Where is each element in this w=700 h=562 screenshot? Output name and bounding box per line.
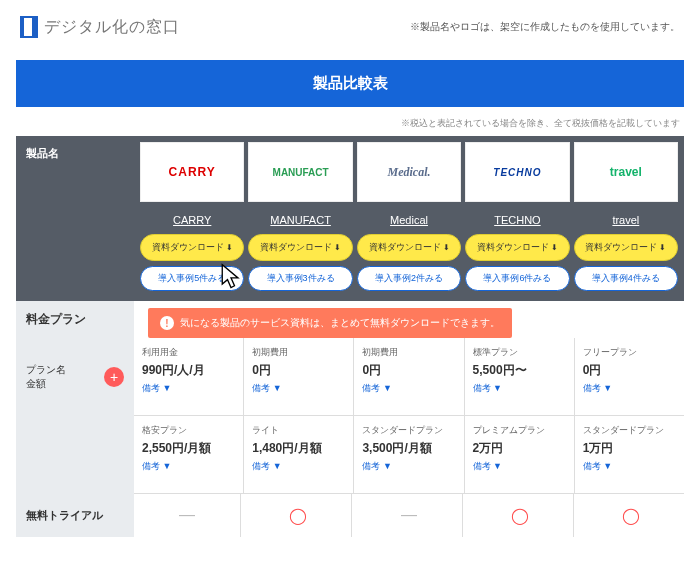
download-button[interactable]: 資料ダウンロード⬇ bbox=[140, 234, 244, 261]
product-link[interactable]: Medical bbox=[357, 210, 461, 234]
product-logo: MANUFACT bbox=[248, 142, 352, 202]
plan-price: 1,480円/月額 bbox=[252, 440, 345, 457]
plan-row-2-label bbox=[16, 416, 134, 494]
download-icon: ⬇ bbox=[659, 243, 666, 252]
section-price-label: 料金プラン bbox=[16, 301, 134, 338]
cases-button[interactable]: 導入事例2件みる bbox=[357, 266, 461, 291]
plan-title: 格安プラン bbox=[142, 424, 235, 437]
plan-title: スタンダードプラン bbox=[362, 424, 455, 437]
plan-title: 初期費用 bbox=[362, 346, 455, 359]
plan-label-2: 金額 bbox=[26, 377, 66, 391]
section-product-label: 製品名 bbox=[16, 136, 134, 301]
cases-button[interactable]: 導入事例4件みる bbox=[574, 266, 678, 291]
remark-link[interactable]: 備考 ▼ bbox=[583, 460, 676, 473]
remark-link[interactable]: 備考 ▼ bbox=[583, 382, 676, 395]
download-button[interactable]: 資料ダウンロード⬇ bbox=[465, 234, 569, 261]
site-logo[interactable]: デジタル化の窓口 bbox=[20, 16, 180, 38]
trial-value: ◯ bbox=[245, 494, 352, 537]
plan-price: 5,500円〜 bbox=[473, 362, 566, 379]
product-link[interactable]: MANUFACT bbox=[248, 210, 352, 234]
plan-title: ライト bbox=[252, 424, 345, 437]
trial-value: ◯ bbox=[578, 494, 684, 537]
plan-price: 3,500円/月額 bbox=[362, 440, 455, 457]
remark-link[interactable]: 備考 ▼ bbox=[362, 382, 455, 395]
alert-icon: ! bbox=[160, 316, 174, 330]
download-icon: ⬇ bbox=[334, 243, 341, 252]
plan-label-1: プラン名 bbox=[26, 363, 66, 377]
trial-value: — bbox=[134, 494, 241, 537]
alert-text: 気になる製品のサービス資料は、まとめて無料ダウンロードできます。 bbox=[180, 316, 500, 330]
remark-link[interactable]: 備考 ▼ bbox=[142, 382, 235, 395]
product-logo: TECHNO bbox=[465, 142, 569, 202]
remark-link[interactable]: 備考 ▼ bbox=[473, 460, 566, 473]
download-button[interactable]: 資料ダウンロード⬇ bbox=[248, 234, 352, 261]
product-link[interactable]: travel bbox=[574, 210, 678, 234]
remark-link[interactable]: 備考 ▼ bbox=[252, 460, 345, 473]
remark-link[interactable]: 備考 ▼ bbox=[142, 460, 235, 473]
trial-value: ◯ bbox=[467, 494, 574, 537]
product-link[interactable]: TECHNO bbox=[465, 210, 569, 234]
remark-link[interactable]: 備考 ▼ bbox=[252, 382, 345, 395]
plan-price: 990円/人/月 bbox=[142, 362, 235, 379]
cases-button[interactable]: 導入事例6件みる bbox=[465, 266, 569, 291]
plan-price: 2万円 bbox=[473, 440, 566, 457]
plan-title: フリープラン bbox=[583, 346, 676, 359]
plan-title: プレミアムプラン bbox=[473, 424, 566, 437]
page-header: デジタル化の窓口 ※製品名やロゴは、架空に作成したものを使用しています。 bbox=[0, 0, 700, 54]
plan-title: 利用用金 bbox=[142, 346, 235, 359]
trial-value: — bbox=[356, 494, 463, 537]
product-logo: travel bbox=[574, 142, 678, 202]
download-button[interactable]: 資料ダウンロード⬇ bbox=[574, 234, 678, 261]
download-button[interactable]: 資料ダウンロード⬇ bbox=[357, 234, 461, 261]
product-logo: CARRY bbox=[140, 142, 244, 202]
plan-price: 1万円 bbox=[583, 440, 676, 457]
logo-text: デジタル化の窓口 bbox=[44, 17, 180, 38]
plan-title: 標準プラン bbox=[473, 346, 566, 359]
cases-button[interactable]: 導入事例3件みる bbox=[248, 266, 352, 291]
plan-title: 初期費用 bbox=[252, 346, 345, 359]
expand-plans-button[interactable]: + bbox=[104, 367, 124, 387]
price-note: ※税込と表記されている場合を除き、全て税抜価格を記載しています bbox=[0, 113, 700, 136]
plan-title: スタンダードプラン bbox=[583, 424, 676, 437]
download-icon: ⬇ bbox=[443, 243, 450, 252]
plan-price: 0円 bbox=[362, 362, 455, 379]
plan-price: 0円 bbox=[252, 362, 345, 379]
plan-price: 0円 bbox=[583, 362, 676, 379]
cases-button[interactable]: 導入事例5件みる bbox=[140, 266, 244, 291]
product-logo: Medical. bbox=[357, 142, 461, 202]
door-icon bbox=[20, 16, 38, 38]
logo-disclaimer: ※製品名やロゴは、架空に作成したものを使用しています。 bbox=[410, 20, 680, 34]
download-alert: ! 気になる製品のサービス資料は、まとめて無料ダウンロードできます。 bbox=[148, 308, 512, 338]
plan-price: 2,550円/月額 bbox=[142, 440, 235, 457]
remark-link[interactable]: 備考 ▼ bbox=[473, 382, 566, 395]
download-icon: ⬇ bbox=[226, 243, 233, 252]
section-trial-label: 無料トライアル bbox=[16, 494, 134, 537]
download-icon: ⬇ bbox=[551, 243, 558, 252]
product-link[interactable]: CARRY bbox=[140, 210, 244, 234]
remark-link[interactable]: 備考 ▼ bbox=[362, 460, 455, 473]
plan-name-label: プラン名 金額 + bbox=[16, 338, 134, 416]
page-title: 製品比較表 bbox=[16, 60, 684, 107]
